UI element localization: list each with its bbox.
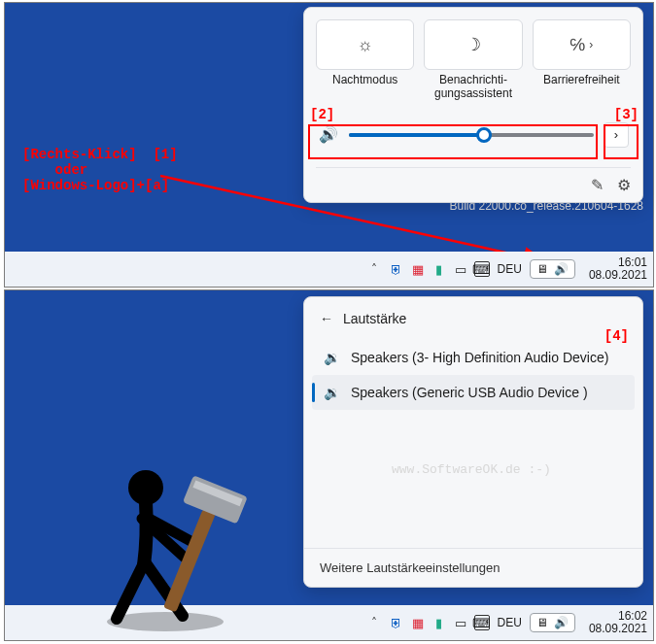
chevron-right-icon: › [589, 38, 593, 51]
audio-device-item[interactable]: 🔉 Speakers (Generic USB Audio Device ) [312, 375, 635, 410]
tray-icon-2[interactable]: ▮ [432, 261, 447, 277]
language-indicator[interactable]: DEU [498, 262, 522, 276]
annotation-or: oder [22, 162, 87, 178]
security-icon[interactable]: ⛨ [389, 261, 404, 277]
night-mode-tile[interactable]: ☼ [316, 19, 414, 70]
accessibility-label: Barrierefreiheit [533, 74, 631, 101]
annotation-box-2 [308, 124, 598, 159]
network-icon: 🖥 [536, 616, 548, 629]
focus-assist-tile[interactable]: ☽ [424, 19, 522, 70]
settings-button[interactable]: ⚙ [617, 176, 631, 194]
tray-icon-3[interactable]: ▭ [453, 261, 468, 277]
volume-devices-flyout: ← Lautstärke [4] 🔉 Speakers (3- High Def… [303, 296, 643, 588]
edit-quick-settings-button[interactable]: ✎ [591, 176, 604, 194]
tray-icon-1[interactable]: ▦ [410, 261, 426, 277]
tray-overflow-chevron[interactable]: ˄ [367, 262, 381, 276]
clock[interactable]: 16:02 08.09.2021 [583, 610, 647, 635]
taskbar: ˄ ⛨ ▦ ▮ ▭ ⌨ DEU 🖥 🔊 16:02 08.09.2021 [5, 605, 653, 640]
tray-icon-2[interactable]: ▮ [432, 615, 447, 630]
quick-settings-flyout: ☼ ☽ ℅› Nachtmodus Benachrichti- gungsass… [303, 7, 643, 203]
annotation-winlogo: [Windows-Logo]+[a] [22, 178, 169, 193]
annotation-box-3 [604, 124, 639, 159]
security-icon[interactable]: ⛨ [389, 615, 404, 630]
audio-device-label: Speakers (3- High Definition Audio Devic… [351, 350, 608, 365]
touch-keyboard-icon[interactable]: ⌨ [474, 261, 490, 277]
network-volume-tray[interactable]: 🖥 🔊 [530, 259, 575, 279]
taskbar: ˄ ⛨ ▦ ▮ ▭ ⌨ DEU 🖥 🔊 16:01 08.09.2021 [5, 252, 653, 287]
more-volume-settings[interactable]: Weitere Lautstärkeeinstellungen [304, 548, 642, 587]
night-mode-label: Nachtmodus [316, 74, 414, 101]
clock[interactable]: 16:01 08.09.2021 [583, 256, 647, 282]
tray-icon-1[interactable]: ▦ [410, 615, 426, 630]
speaker-icon: 🔊 [554, 262, 569, 276]
accessibility-icon: ℅ [570, 35, 585, 55]
annotation-4: [4] [604, 328, 629, 344]
annotation-2: [2] [310, 107, 334, 122]
speaker-icon: 🔊 [554, 616, 569, 629]
tray-icon-3[interactable]: ▭ [453, 615, 468, 630]
network-volume-tray[interactable]: 🖥 🔊 [530, 613, 575, 632]
clock-date: 08.09.2021 [589, 269, 647, 282]
volume-flyout-title: Lautstärke [343, 311, 406, 326]
speaker-device-icon: 🔉 [324, 350, 339, 365]
accessibility-tile[interactable]: ℅› [533, 19, 631, 70]
watermark-text: www.SoftwareOK.de :-) [392, 462, 551, 477]
back-button[interactable]: ← [320, 311, 333, 326]
audio-device-item[interactable]: 🔉 Speakers (3- High Definition Audio Dev… [312, 340, 635, 375]
focus-assist-label: Benachrichti- gungsassistent [424, 74, 522, 101]
annotation-right-click: [Rechts-Klick] [1] [22, 147, 178, 162]
touch-keyboard-icon[interactable]: ⌨ [474, 615, 490, 630]
annotation-3: [3] [614, 107, 639, 122]
clock-date: 08.09.2021 [589, 623, 647, 635]
network-icon: 🖥 [536, 262, 548, 276]
audio-device-label: Speakers (Generic USB Audio Device ) [351, 385, 588, 400]
tray-overflow-chevron[interactable]: ˄ [367, 616, 381, 629]
language-indicator[interactable]: DEU [498, 616, 522, 629]
speaker-device-icon: 🔉 [324, 385, 339, 400]
